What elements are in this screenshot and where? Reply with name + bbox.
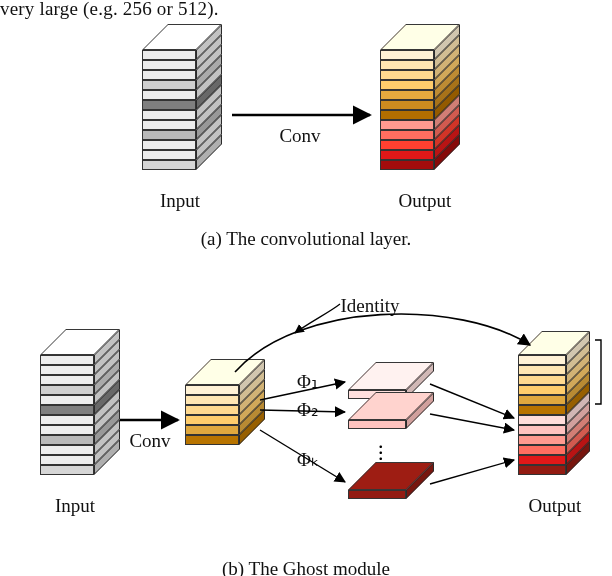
phi-2-label: Φ₂ — [288, 398, 328, 421]
panel-a-output-label: Output — [375, 190, 475, 212]
phi-k-label: Φₖ — [288, 448, 328, 471]
tile-2-to-output-arrow — [430, 414, 514, 430]
panel-a-input-label: Input — [130, 190, 230, 212]
output-identity-bracket — [595, 340, 601, 404]
panel-b-cheap-tile-k — [348, 490, 406, 499]
figure-ghost-module: very large (e.g. 256 or 512). Input Conv… — [0, 0, 612, 576]
panel-b-input-label: Input — [30, 495, 120, 517]
cheap-ops-vdots: ··· — [378, 444, 384, 462]
panel-b-output-label: Output — [510, 495, 600, 517]
panel-a-conv-label: Conv — [260, 125, 340, 147]
panel-b-cheap-tile-2 — [348, 420, 406, 429]
phi-1-label: Φ₁ — [288, 370, 328, 393]
panel-b-identity-label: Identity — [320, 295, 420, 317]
panel-b-conv-label: Conv — [115, 430, 185, 452]
connector-layer — [0, 0, 612, 576]
panel-a-caption: (a) The convolutional layer. — [0, 228, 612, 250]
tile-1-to-output-arrow — [430, 384, 514, 418]
cropped-text-above: very large (e.g. 256 or 512). — [0, 0, 612, 20]
panel-b-caption: (b) The Ghost module — [0, 558, 612, 576]
tile-k-to-output-arrow — [430, 460, 514, 484]
